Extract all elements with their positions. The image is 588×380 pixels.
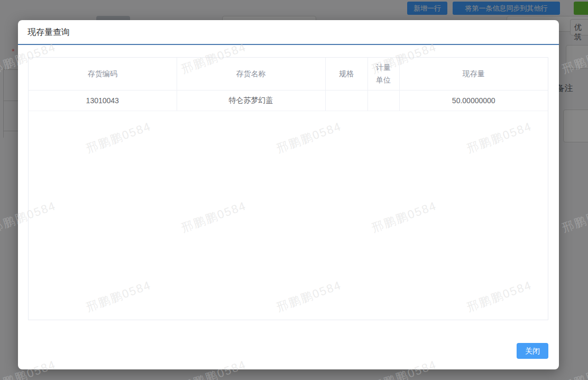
header-unit: 计量单位 — [368, 58, 399, 90]
cell-spec — [325, 90, 368, 111]
dialog-title: 现存量查询 — [27, 28, 70, 37]
stock-query-dialog: 现存量查询 存货编码 存货名称 规格 计量单位 现存量 13010043 特 — [18, 20, 559, 369]
header-inventory-code: 存货编码 — [29, 58, 177, 90]
cell-unit — [368, 90, 399, 111]
cell-inventory-name: 特仑苏梦幻盖 — [177, 90, 325, 111]
close-button[interactable]: 关闭 — [517, 343, 548, 359]
stock-table: 存货编码 存货名称 规格 计量单位 现存量 13010043 特仑苏梦幻盖 50… — [29, 58, 548, 111]
table-header-row: 存货编码 存货名称 规格 计量单位 现存量 — [29, 58, 548, 90]
cell-current-stock: 50.00000000 — [399, 90, 548, 111]
table-row[interactable]: 13010043 特仑苏梦幻盖 50.00000000 — [29, 90, 548, 111]
stock-table-container: 存货编码 存货名称 规格 计量单位 现存量 13010043 特仑苏梦幻盖 50… — [28, 57, 548, 320]
header-inventory-name: 存货名称 — [177, 58, 325, 90]
dialog-header: 现存量查询 — [18, 20, 559, 45]
cell-inventory-code: 13010043 — [29, 90, 177, 111]
header-current-stock: 现存量 — [399, 58, 548, 90]
header-spec: 规格 — [325, 58, 368, 90]
